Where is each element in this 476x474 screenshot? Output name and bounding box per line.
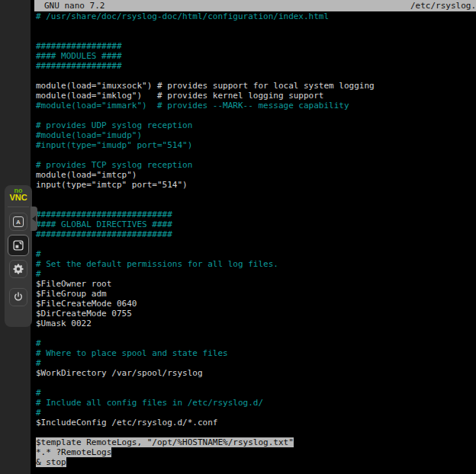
vnc-terminal-canvas[interactable]: GNU nano 7.2 /etc/rsyslog. # /usr/share/… [31, 0, 476, 474]
terminal-line [36, 328, 476, 338]
terminal-line [36, 21, 476, 31]
terminal-line [36, 31, 476, 41]
nano-filename-label: /etc/rsyslog. [410, 0, 476, 11]
terminal-line: $template RemoteLogs, "/opt/%HOSTNAME%/r… [36, 437, 476, 447]
terminal-line [36, 190, 476, 200]
terminal-line [36, 239, 476, 249]
terminal-line: # Where to place spool and state files [36, 348, 476, 358]
terminal-line: ################# [36, 61, 476, 71]
terminal-line: $IncludeConfig /etc/rsyslog.d/*.conf [36, 418, 476, 428]
power-icon [12, 291, 24, 303]
terminal-line: # [36, 358, 476, 368]
novnc-logo-bottom: VNC [9, 194, 27, 202]
terminal-line [36, 378, 476, 388]
terminal-line: $FileOwner root [36, 279, 476, 289]
terminal-line [36, 110, 476, 120]
terminal-line: # Include all config files in /etc/rsysl… [36, 398, 476, 408]
terminal-line: # provides TCP syslog reception [36, 160, 476, 170]
fullscreen-button[interactable] [8, 235, 29, 256]
terminal-line: #input(type="imudp" port="514") [36, 140, 476, 150]
terminal-line: # [36, 338, 476, 348]
gear-icon [12, 263, 24, 275]
terminal-line: module(load="imtcp") [36, 170, 476, 180]
terminal-line: #module(load="immark") # provides --MARK… [36, 101, 476, 110]
terminal-line: #### MODULES #### [36, 51, 476, 61]
terminal-content: # /usr/share/doc/rsyslog-doc/html/config… [31, 11, 476, 467]
terminal-line: ########################### [36, 229, 476, 239]
panel-divider [8, 207, 29, 207]
terminal-line: ########################### [36, 210, 476, 219]
fullscreen-icon [12, 239, 24, 251]
terminal-line: # [36, 388, 476, 398]
terminal-line: # Set the default permissions for all lo… [36, 259, 476, 269]
nano-version-label: GNU nano 7.2 [34, 0, 105, 11]
keyboard-a-key-icon: A [13, 216, 24, 227]
settings-button[interactable] [9, 260, 27, 278]
terminal-line: # provides UDP syslog reception [36, 120, 476, 130]
terminal-line: *.* ?RemoteLogs [36, 447, 476, 457]
terminal-line: $WorkDirectory /var/spool/rsyslog [36, 368, 476, 378]
terminal-line [36, 428, 476, 437]
terminal-line: $DirCreateMode 0755 [36, 309, 476, 319]
terminal-line: #### GLOBAL DIRECTIVES #### [36, 219, 476, 229]
novnc-logo: no VNC [9, 188, 27, 202]
terminal-line: # [36, 249, 476, 259]
novnc-control-bar: no VNC A [5, 185, 32, 327]
control-bar-handle[interactable] [31, 207, 37, 231]
terminal-line: $Umask 0022 [36, 319, 476, 328]
terminal-line: $FileCreateMode 0640 [36, 299, 476, 309]
terminal-line: #module(load="imudp") [36, 130, 476, 140]
nano-titlebar: GNU nano 7.2 /etc/rsyslog. [34, 0, 476, 11]
terminal-line: # [36, 408, 476, 418]
terminal-line: module(load="imuxsock") # provides suppo… [36, 81, 476, 91]
terminal-line: ################# [36, 41, 476, 51]
terminal-line [36, 200, 476, 210]
terminal-line: # [36, 269, 476, 279]
keyboard-button[interactable]: A [9, 213, 27, 231]
terminal-line: module(load="imklog") # provides kernel … [36, 91, 476, 101]
terminal-line: & stop [36, 457, 476, 467]
novnc-viewport: GNU nano 7.2 /etc/rsyslog. # /usr/share/… [0, 0, 476, 474]
terminal-line: input(type="imtcp" port="514") [36, 180, 476, 190]
terminal-line: # /usr/share/doc/rsyslog-doc/html/config… [36, 11, 476, 21]
power-button[interactable] [9, 288, 27, 306]
collapse-arrow-icon [32, 216, 36, 222]
terminal-line [36, 150, 476, 160]
terminal-line: $FileGroup adm [36, 289, 476, 299]
terminal-line [36, 71, 476, 81]
